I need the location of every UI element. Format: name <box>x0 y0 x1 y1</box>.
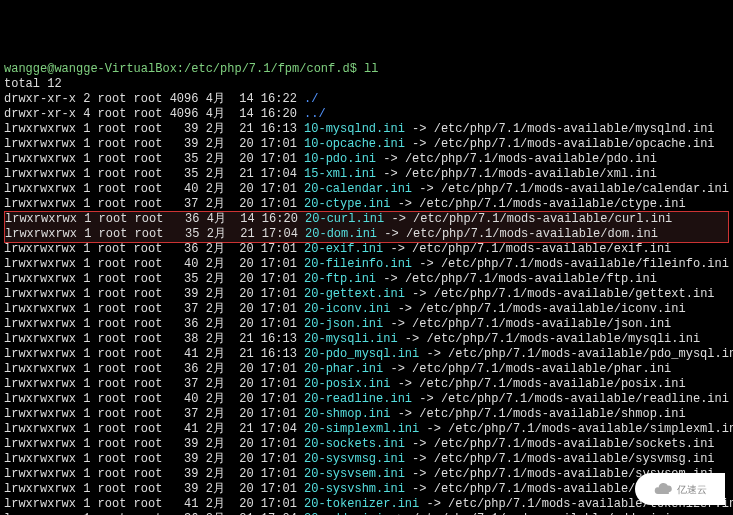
symlink-entry: lrwxrwxrwx 1 root root 39 2月 21 16:13 10… <box>4 122 729 137</box>
file-name: 20-iconv.ini <box>304 302 390 316</box>
symlink-entry: lrwxrwxrwx 1 root root 35 2月 20 17:01 10… <box>4 152 729 167</box>
watermark-badge: 亿速云 <box>635 473 725 505</box>
file-name: 15-xml.ini <box>304 167 376 181</box>
file-name: 10-pdo.ini <box>304 152 376 166</box>
file-name: 20-ftp.ini <box>304 272 376 286</box>
cloud-icon <box>653 479 673 499</box>
link-target: /etc/php/7.1/mods-available/simplexml.in… <box>448 422 733 436</box>
file-name: 20-calendar.ini <box>304 182 412 196</box>
symlink-entry: lrwxrwxrwx 1 root root 36 2月 20 17:01 20… <box>4 242 729 257</box>
file-name: 20-sockets.ini <box>304 437 405 451</box>
link-target: /etc/php/7.1/mods-available/phar.ini <box>412 362 671 376</box>
symlink-entry: lrwxrwxrwx 1 root root 41 2月 20 17:01 20… <box>4 497 729 512</box>
file-name: 20-simplexml.ini <box>304 422 419 436</box>
link-target: /etc/php/7.1/mods-available/posix.ini <box>419 377 685 391</box>
symlink-entry: lrwxrwxrwx 1 root root 40 2月 20 17:01 20… <box>4 182 729 197</box>
file-name: 20-ctype.ini <box>304 197 390 211</box>
link-target: /etc/php/7.1/mods-available/mysqli.ini <box>426 332 700 346</box>
terminal-output: wangge@wangge-VirtualBox:/etc/php/7.1/fp… <box>4 62 729 515</box>
file-name: 20-exif.ini <box>304 242 383 256</box>
link-target: /etc/php/7.1/mods-available/dom.ini <box>406 227 658 241</box>
symlink-entry: lrwxrwxrwx 1 root root 38 2月 21 16:13 20… <box>4 332 729 347</box>
link-target: /etc/php/7.1/mods-available/iconv.ini <box>419 302 685 316</box>
link-target: /etc/php/7.1/mods-available/xml.ini <box>405 167 657 181</box>
symlink-entry: lrwxrwxrwx 1 root root 41 2月 21 16:13 20… <box>4 347 729 362</box>
file-name: 20-pdo_mysql.ini <box>304 347 419 361</box>
symlink-entry: lrwxrwxrwx 1 root root 39 2月 20 17:01 20… <box>4 467 729 482</box>
file-name: 20-phar.ini <box>304 362 383 376</box>
link-target: /etc/php/7.1/mods-available/exif.ini <box>412 242 671 256</box>
symlink-entry: lrwxrwxrwx 1 root root 37 2月 20 17:01 20… <box>4 197 729 212</box>
symlink-entry: lrwxrwxrwx 1 root root 36 4月 14 16:20 20… <box>5 212 728 227</box>
symlink-entry: lrwxrwxrwx 1 root root 39 2月 20 17:01 20… <box>4 482 729 497</box>
symlink-entry: lrwxrwxrwx 1 root root 36 2月 20 17:01 20… <box>4 317 729 332</box>
dir-name: ../ <box>304 107 326 121</box>
watermark-text: 亿速云 <box>677 482 707 497</box>
symlink-entry: lrwxrwxrwx 1 root root 37 2月 20 17:01 20… <box>4 302 729 317</box>
file-name: 10-opcache.ini <box>304 137 405 151</box>
symlink-entry: lrwxrwxrwx 1 root root 35 2月 20 17:01 20… <box>4 272 729 287</box>
file-name: 20-dom.ini <box>305 227 377 241</box>
symlink-entry: lrwxrwxrwx 1 root root 41 2月 21 17:04 20… <box>4 422 729 437</box>
symlink-entry: lrwxrwxrwx 1 root root 36 2月 20 17:01 20… <box>4 362 729 377</box>
link-target: /etc/php/7.1/mods-available/curl.ini <box>413 212 672 226</box>
dir-entry: drwxr-xr-x 4 root root 4096 4月 14 16:20 … <box>4 107 729 122</box>
file-name: 20-sysvshm.ini <box>304 482 405 496</box>
file-name: 20-gettext.ini <box>304 287 405 301</box>
link-target: /etc/php/7.1/mods-available/opcache.ini <box>434 137 715 151</box>
link-target: /etc/php/7.1/mods-available/sockets.ini <box>434 437 715 451</box>
symlink-entry: lrwxrwxrwx 1 root root 39 2月 20 17:01 20… <box>4 437 729 452</box>
symlink-entry: lrwxrwxrwx 1 root root 35 2月 21 17:04 20… <box>5 227 728 242</box>
symlink-entry: lrwxrwxrwx 1 root root 39 2月 20 17:01 10… <box>4 137 729 152</box>
dir-entry: drwxr-xr-x 2 root root 4096 4月 14 16:22 … <box>4 92 729 107</box>
file-name: 20-json.ini <box>304 317 383 331</box>
highlighted-region: lrwxrwxrwx 1 root root 36 4月 14 16:20 20… <box>4 211 729 243</box>
file-name: 20-posix.ini <box>304 377 390 391</box>
symlink-entry: lrwxrwxrwx 1 root root 35 2月 21 17:04 15… <box>4 167 729 182</box>
file-name: 20-sysvmsg.ini <box>304 452 405 466</box>
link-target: /etc/php/7.1/mods-available/sysvmsg.ini <box>434 452 715 466</box>
symlink-entry: lrwxrwxrwx 1 root root 37 2月 20 17:01 20… <box>4 377 729 392</box>
symlink-entry: lrwxrwxrwx 1 root root 37 2月 20 17:01 20… <box>4 407 729 422</box>
symlink-entry: lrwxrwxrwx 1 root root 39 2月 20 17:01 20… <box>4 452 729 467</box>
dir-name: ./ <box>304 92 318 106</box>
prompt-line: wangge@wangge-VirtualBox:/etc/php/7.1/fp… <box>4 62 729 77</box>
link-target: /etc/php/7.1/mods-available/readline.ini <box>441 392 729 406</box>
symlink-entry: lrwxrwxrwx 1 root root 40 2月 20 17:01 20… <box>4 392 729 407</box>
file-name: 10-mysqlnd.ini <box>304 122 405 136</box>
file-name: 20-tokenizer.ini <box>304 497 419 511</box>
link-target: /etc/php/7.1/mods-available/pdo.ini <box>405 152 657 166</box>
link-target: /etc/php/7.1/mods-available/shmop.ini <box>419 407 685 421</box>
link-target: /etc/php/7.1/mods-available/ftp.ini <box>405 272 657 286</box>
link-target: /etc/php/7.1/mods-available/calendar.ini <box>441 182 729 196</box>
file-name: 20-sysvsem.ini <box>304 467 405 481</box>
link-target: /etc/php/7.1/mods-available/fileinfo.ini <box>441 257 729 271</box>
link-target: /etc/php/7.1/mods-available/ctype.ini <box>419 197 685 211</box>
file-name: 20-mysqli.ini <box>304 332 398 346</box>
file-name: 20-readline.ini <box>304 392 412 406</box>
file-name: 20-fileinfo.ini <box>304 257 412 271</box>
file-name: 20-curl.ini <box>305 212 384 226</box>
link-target: /etc/php/7.1/mods-available/json.ini <box>412 317 671 331</box>
symlink-entry: lrwxrwxrwx 1 root root 40 2月 20 17:01 20… <box>4 257 729 272</box>
total-line: total 12 <box>4 77 729 92</box>
link-target: /etc/php/7.1/mods-available/mysqlnd.ini <box>434 122 715 136</box>
link-target: /etc/php/7.1/mods-available/pdo_mysql.in… <box>448 347 733 361</box>
symlink-entry: lrwxrwxrwx 1 root root 39 2月 20 17:01 20… <box>4 287 729 302</box>
file-name: 20-shmop.ini <box>304 407 390 421</box>
link-target: /etc/php/7.1/mods-available/gettext.ini <box>434 287 715 301</box>
